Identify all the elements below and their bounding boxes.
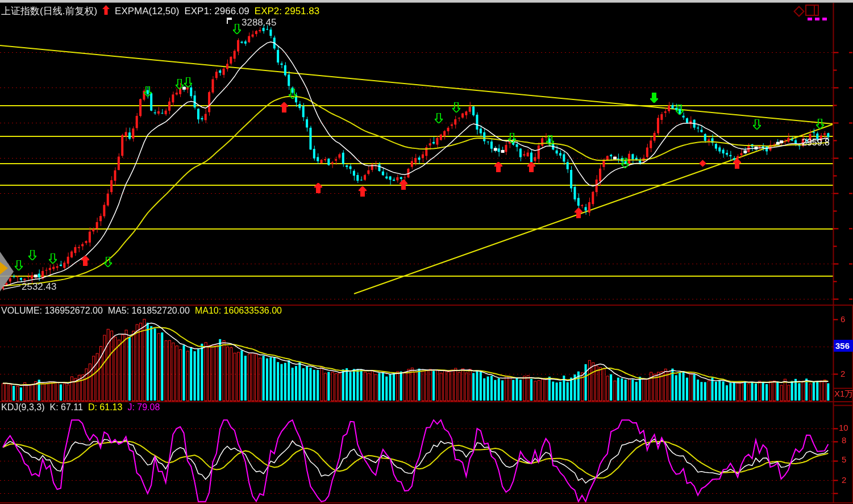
buy-signal-arrow bbox=[400, 180, 407, 192]
volume-ma5: MA5: 161852720.00 bbox=[108, 306, 190, 316]
symbol-title: 上证指数(日线.前复权) bbox=[1, 5, 97, 18]
kdj-axis-20: 2 bbox=[842, 475, 846, 485]
stock-chart-app: 上证指数(日线.前复权) EXPMA(12,50) EXP1: 2966.09 … bbox=[0, 0, 853, 504]
sell-signal-arrow bbox=[508, 133, 516, 145]
sell-signal-arrow bbox=[621, 158, 629, 170]
kdj-j-value: J: 79.08 bbox=[127, 402, 160, 413]
magenta-dots-icon bbox=[808, 18, 827, 20]
volume-header: VOLUME: 136952672.00 MA5: 161852720.00 M… bbox=[1, 306, 282, 316]
peak-price-label: 3288.45 bbox=[242, 17, 276, 28]
main-chart-header: 上证指数(日线.前复权) EXPMA(12,50) EXP1: 2966.09 … bbox=[1, 5, 319, 18]
sell-signal-arrow bbox=[435, 113, 443, 126]
sell-signal-arrow-solid bbox=[650, 93, 658, 105]
volume-unit-label: X1万 bbox=[834, 389, 853, 399]
kdj-k-value: K: 67.11 bbox=[49, 402, 82, 413]
sell-signal-arrow bbox=[28, 250, 36, 263]
volume-current-tag: 356 bbox=[834, 340, 853, 352]
volume-axis-20000: 2 bbox=[840, 369, 845, 378]
low-price-label: 2532.43 bbox=[22, 281, 56, 293]
sell-signal-arrow bbox=[144, 86, 152, 99]
buy-signal-arrow bbox=[81, 256, 89, 268]
last-price-label: 2959.8 bbox=[802, 138, 830, 148]
kdj-axis-50: 5 bbox=[842, 455, 846, 464]
signal-up-arrow-icon bbox=[102, 5, 110, 18]
kdj-header: KDJ(9,3,3) K: 67.11 D: 61.13 J: 79.08 bbox=[1, 402, 160, 413]
sell-signal-arrow bbox=[49, 253, 57, 266]
kdj-name: KDJ(9,3,3) bbox=[1, 402, 44, 413]
volume-axis-60000: 6 bbox=[840, 314, 845, 324]
sell-signal-arrow bbox=[289, 89, 297, 101]
sell-signal-arrow bbox=[184, 77, 192, 90]
exp2-value: EXP2: 2951.83 bbox=[255, 6, 319, 17]
sell-signal-arrow bbox=[233, 24, 241, 36]
exp1-value: EXP1: 2966.09 bbox=[184, 6, 249, 17]
window-restore-icon[interactable] bbox=[805, 5, 819, 16]
kdj-axis-100: 10 bbox=[839, 423, 848, 432]
indicator-name: EXPMA(12,50) bbox=[115, 6, 179, 17]
kdj-d-value: D: 61.13 bbox=[88, 402, 122, 413]
volume-value: VOLUME: 136952672.00 bbox=[1, 306, 103, 316]
buy-signal-arrow bbox=[527, 162, 535, 174]
sell-signal-arrow bbox=[816, 119, 824, 131]
buy-signal-arrow bbox=[314, 183, 322, 195]
sell-signal-arrow bbox=[676, 105, 684, 117]
buy-signal-arrow bbox=[359, 186, 367, 199]
sell-signal-arrow bbox=[176, 79, 184, 91]
chart-canvas[interactable] bbox=[0, 0, 853, 504]
sell-signal-arrow bbox=[546, 135, 554, 148]
buy-signal-arrow bbox=[280, 102, 288, 115]
kdj-axis-80: 8 bbox=[842, 435, 846, 445]
sell-signal-arrow bbox=[15, 260, 23, 273]
sell-signal-arrow bbox=[452, 102, 460, 115]
buy-signal-arrow bbox=[494, 162, 502, 174]
sell-signal-arrow bbox=[753, 119, 761, 132]
buy-signal-arrow bbox=[733, 159, 741, 171]
volume-ma10: MA10: 160633536.00 bbox=[195, 306, 282, 316]
sell-signal-arrow bbox=[104, 257, 112, 269]
flag-marker-icon bbox=[227, 18, 228, 24]
buy-signal-arrow bbox=[575, 208, 582, 220]
